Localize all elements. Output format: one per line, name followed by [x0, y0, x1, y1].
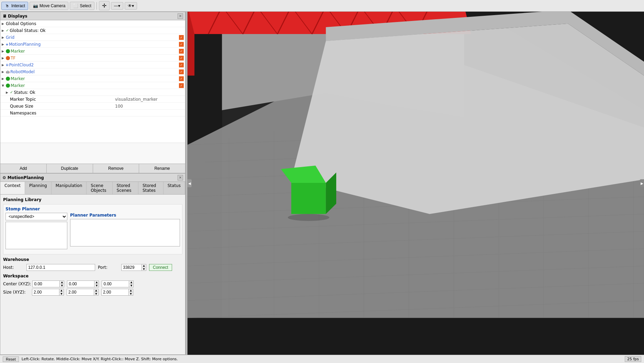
planning-library-box: Stomp Planner <unspecified> Planner Para… [3, 204, 182, 254]
list-item[interactable]: ▶ Marker ✓ [0, 75, 185, 82]
eye-button[interactable]: 👁▾ [125, 2, 137, 10]
tf-icon [6, 56, 10, 60]
size-y-down[interactable]: ▼ [94, 292, 98, 295]
dash-icon: —▾ [114, 3, 120, 8]
interact-button[interactable]: 🖱 Interact [1, 2, 28, 10]
port-spin-up[interactable]: ▲ [142, 264, 146, 267]
center-y-up[interactable]: ▲ [94, 281, 99, 284]
list-item[interactable]: ▶ TF ✓ [0, 55, 185, 62]
size-z-up[interactable]: ▲ [129, 289, 133, 292]
dash-button[interactable]: —▾ [111, 2, 123, 10]
collapse-arrow: ▶ [2, 56, 5, 60]
center-x-up[interactable]: ▲ [60, 281, 64, 284]
motion-close-button[interactable]: ✕ [178, 175, 183, 180]
planner-list [5, 222, 67, 249]
displays-panel: 🖥 Displays ✕ ▶ Global Options ▶ ✓ Global… [0, 12, 185, 173]
list-item[interactable]: ▶ Global Options [0, 20, 185, 27]
checkbox[interactable]: ✓ [179, 56, 184, 60]
center-y-down[interactable]: ▼ [94, 284, 99, 287]
port-wrapper: ▲ ▼ [121, 264, 146, 271]
select-icon: ⬜ [73, 3, 78, 9]
list-item[interactable]: ▶ ✓ Status: Ok [0, 89, 185, 96]
tab-stored-states[interactable]: Stored States [138, 182, 163, 194]
center-x-spin: ▲ ▼ [59, 280, 64, 287]
size-x-input[interactable] [32, 289, 59, 296]
collapse-left-arrow[interactable]: ◀ [188, 179, 192, 187]
collapse-right-arrow[interactable]: ▶ [640, 179, 644, 187]
planner-select[interactable]: <unspecified> [5, 213, 67, 220]
list-item[interactable]: ▶ ⊞ PointCloud2 ✓ [0, 62, 185, 68]
duplicate-button[interactable]: Duplicate [47, 164, 93, 173]
center-x-wrapper: ▲ ▼ [32, 280, 64, 287]
connect-button[interactable]: Connect [149, 264, 172, 271]
center-z-down[interactable]: ▼ [129, 284, 133, 287]
size-z-down[interactable]: ▼ [129, 292, 133, 295]
checkbox[interactable]: ✓ [179, 42, 184, 47]
center-y-spin: ▲ ▼ [94, 280, 99, 287]
list-item[interactable]: ▶ ◈ MotionPlanning ✓ [0, 41, 185, 48]
workspace-section: Workspace Center (XYZ): ▲ ▼ [3, 274, 182, 296]
size-x-up[interactable]: ▲ [59, 289, 64, 292]
viewport[interactable]: ◀ ▶ [188, 12, 644, 355]
tree-item-label: Status: Ok [14, 90, 184, 95]
move-camera-button[interactable]: 📷 Move Camera [30, 2, 68, 10]
list-item[interactable]: ▶ Marker ✓ [0, 48, 185, 55]
checkbox[interactable]: ✓ [179, 69, 184, 74]
checkbox[interactable]: ✓ [179, 35, 184, 40]
add-display-button[interactable]: Add [0, 164, 47, 173]
separator-1 [97, 2, 97, 10]
center-z-spin: ▲ ▼ [129, 280, 134, 287]
center-y-input[interactable] [67, 280, 94, 287]
left-panel: 🖥 Displays ✕ ▶ Global Options ▶ ✓ Global… [0, 12, 185, 355]
camera-icon: 📷 [33, 3, 38, 9]
list-item: Marker Topic visualization_marker [0, 96, 185, 103]
warehouse-title: Warehouse [3, 257, 182, 262]
add-button[interactable]: ✛ [99, 1, 110, 10]
svg-point-50 [288, 214, 329, 221]
list-item[interactable]: ▼ Marker ✓ [0, 82, 185, 89]
displays-icon: 🖥 [2, 14, 7, 19]
displays-close-button[interactable]: ✕ [178, 13, 183, 19]
tree-item-label: Grid [6, 35, 179, 40]
tab-context[interactable]: Context [0, 182, 25, 194]
size-x-down[interactable]: ▼ [59, 292, 64, 295]
list-item: Queue Size 100 [0, 103, 185, 110]
checkbox[interactable]: ✓ [179, 83, 184, 88]
tree-item-label: Global Options [6, 21, 184, 26]
checkbox[interactable]: ✓ [179, 76, 184, 81]
center-z-input[interactable] [102, 280, 129, 287]
center-z-up[interactable]: ▲ [129, 281, 133, 284]
port-spin: ▲ ▼ [142, 264, 146, 271]
tab-manipulation[interactable]: Manipulation [52, 182, 87, 194]
size-y-input[interactable] [67, 289, 94, 296]
warehouse-row: Host: Port: ▲ ▼ Connect [3, 264, 182, 271]
center-x-input[interactable] [32, 280, 60, 287]
stomp-planner-label: Stomp Planner [5, 207, 180, 211]
list-item[interactable]: ▶ ✓ Global Status: Ok [0, 27, 185, 34]
list-item[interactable]: ▶ 🤖 RobotModel ✓ [0, 68, 185, 75]
center-x-down[interactable]: ▼ [60, 284, 64, 287]
select-label: Select [80, 3, 91, 8]
remove-button[interactable]: Remove [93, 164, 139, 173]
list-item[interactable]: ▶ Grid ✓ [0, 34, 185, 41]
size-label: Size (XYZ): [3, 290, 31, 295]
host-input[interactable] [26, 264, 95, 271]
tab-status[interactable]: Status [163, 182, 185, 194]
motion-panel: ⚙ MotionPlanning ✕ Context Planning Mani… [0, 173, 185, 355]
select-button[interactable]: ⬜ Select [70, 2, 94, 10]
checkbox[interactable]: ✓ [179, 49, 184, 54]
size-z-input[interactable] [101, 289, 129, 296]
tab-stored-scenes[interactable]: Stored Scenes [113, 182, 138, 194]
tab-scene-objects[interactable]: Scene Objects [87, 182, 112, 194]
planner-params-textarea[interactable] [70, 219, 180, 246]
rename-button[interactable]: Rename [139, 164, 185, 173]
checkbox[interactable]: ✓ [179, 63, 184, 67]
displays-title-bar: 🖥 Displays ✕ [0, 12, 185, 20]
svg-marker-47 [291, 183, 326, 214]
tab-planning[interactable]: Planning [25, 182, 52, 194]
port-input[interactable] [121, 264, 142, 271]
reset-button[interactable]: Reset [3, 356, 19, 362]
size-y-up[interactable]: ▲ [94, 289, 98, 292]
size-x-spin: ▲ ▼ [59, 289, 64, 296]
port-spin-down[interactable]: ▼ [142, 267, 146, 271]
